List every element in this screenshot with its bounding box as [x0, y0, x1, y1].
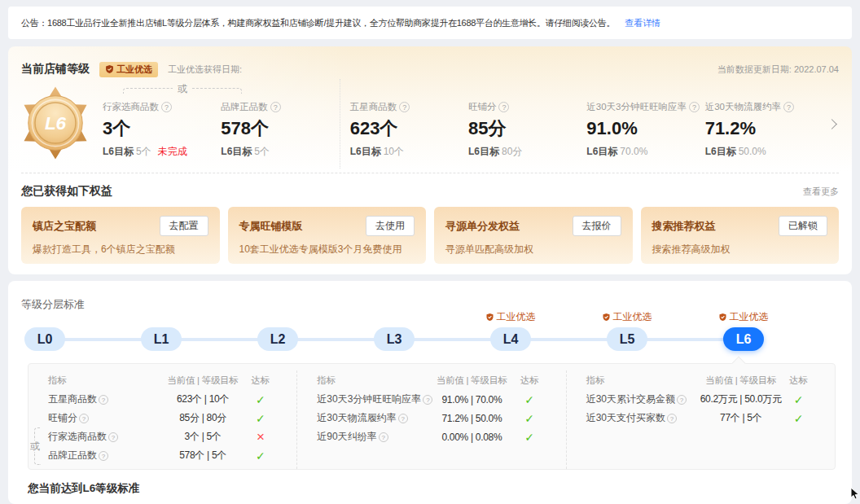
shield-icon — [105, 64, 114, 74]
update-date: 当前数据更新日期: 2022.07.04 — [717, 64, 839, 76]
help-icon[interactable]: ? — [379, 432, 388, 442]
benefit-card: 搜索推荐权益已解锁搜索推荐高级加权 — [641, 207, 840, 264]
help-icon[interactable]: ? — [99, 395, 108, 405]
level-L6: 工业优选L6 — [723, 327, 764, 351]
indicator-values: 578个 | 5个 — [179, 449, 226, 462]
medal-level-text: L6 — [45, 113, 67, 134]
check-icon: ✓ — [524, 412, 534, 425]
metric-value: 623个 — [350, 117, 468, 140]
table-group: 指标当前值 | 等级目标达标近30天3分钟旺旺响应率?91.0% | 70.0%… — [296, 370, 565, 469]
indicator-label: 行家选商品数? — [48, 430, 118, 444]
indicator-values: 3个 | 5个 — [185, 430, 222, 444]
help-icon[interactable]: ? — [270, 102, 281, 112]
level-L3: L3 — [374, 327, 415, 351]
help-icon[interactable]: ? — [79, 414, 89, 423]
or-bracket: 或 — [123, 88, 242, 95]
metric-label: 行家选商品数? — [103, 100, 221, 114]
level-L1: L1 — [141, 327, 182, 351]
level-pill[interactable]: L5 — [607, 327, 647, 351]
indicator-label: 旺铺分? — [48, 411, 89, 425]
benefit-title: 寻源单分发权益 — [445, 219, 520, 234]
table-header-row: 指标当前值 | 等级目标达标 — [297, 370, 565, 390]
level-pill[interactable]: L1 — [141, 327, 182, 351]
benefit-action-button[interactable]: 去配置 — [160, 216, 208, 236]
metric-label: 近30天3分钟旺旺响应率? — [586, 100, 704, 114]
indicator-label: 近30天3分钟旺旺响应率? — [317, 392, 432, 406]
benefit-card: 寻源单分发权益去报价寻源单匹配高级加权 — [434, 207, 633, 264]
benefit-title: 镇店之宝配额 — [33, 219, 96, 234]
help-icon[interactable]: ? — [677, 395, 687, 405]
metric-value: 578个 — [221, 117, 339, 140]
benefit-action-button[interactable]: 去使用 — [366, 216, 415, 236]
help-icon[interactable]: ? — [398, 414, 408, 423]
check-icon: ✓ — [256, 412, 265, 425]
level-pill[interactable]: L0 — [24, 327, 65, 351]
benefit-desc: 爆款打造工具，6个镇店之宝配额 — [33, 243, 208, 256]
section-title-current-level: 当前店铺等级 — [21, 62, 90, 77]
indicator-label: 近30天物流履约率? — [317, 411, 407, 425]
standards-table: 指标当前值 | 等级目标达标五星商品数?623个 | 10个✓旺铺分?85分 |… — [28, 363, 836, 470]
table-notch — [732, 357, 746, 370]
standards-card: 等级分层标准 L0L1L2L3工业优选L4工业优选L5工业优选L6 指标当前值 … — [8, 281, 852, 504]
level-L5: 工业优选L5 — [607, 327, 647, 351]
metric-label: 旺铺分? — [468, 100, 586, 114]
announcement-bar: 公告：1688工业品行业全新推出店铺L等级分层体系，构建商家权益和店铺诊断/提升… — [8, 7, 852, 39]
or-label: 或 — [178, 83, 187, 95]
help-icon[interactable]: ? — [783, 102, 794, 112]
metric: 旺铺分?85分L6目标80分 — [468, 79, 586, 169]
indicator-values: 91.0% | 70.0% — [441, 394, 502, 405]
help-icon[interactable]: ? — [399, 102, 410, 112]
section-title-standards: 等级分层标准 — [21, 281, 839, 312]
benefit-card: 专属旺铺模版去使用10套工业优选专属模版3个月免费使用 — [228, 207, 427, 264]
indicator-values: 71.2% | 50.0% — [441, 413, 502, 424]
col-value-target: 当前值 | 等级目标 — [705, 375, 776, 387]
benefit-title: 专属旺铺模版 — [239, 219, 303, 234]
cross-icon: × — [257, 429, 265, 445]
col-met: 达标 — [520, 375, 539, 387]
indicator-values: 0.00% | 0.08% — [441, 432, 502, 443]
metric-target: L6目标5个 — [221, 145, 339, 159]
update-date-value: 2022.07.04 — [794, 64, 839, 74]
or-label: 或 — [30, 440, 40, 452]
metric-target: L6目标80分 — [468, 145, 586, 159]
metric-label: 五星商品数? — [350, 100, 468, 114]
or-bracket: 或 — [34, 427, 41, 465]
help-icon[interactable]: ? — [423, 395, 432, 405]
shield-icon — [719, 313, 727, 322]
check-icon: ✓ — [256, 393, 265, 406]
metric-value: 91.0% — [586, 117, 704, 140]
help-icon[interactable]: ? — [498, 102, 509, 112]
metric-target: L6目标50.0% — [705, 145, 823, 159]
level-L4: 工业优选L4 — [490, 327, 531, 351]
badge-date-label: 工业优选获得日期: — [168, 64, 242, 76]
help-icon[interactable]: ? — [161, 102, 172, 112]
metric-target: L6目标10个 — [350, 145, 468, 159]
benefit-desc: 10套工业优选专属模版3个月免费使用 — [239, 243, 415, 256]
level-pill[interactable]: L2 — [257, 327, 298, 351]
benefit-action-button[interactable]: 已解锁 — [779, 216, 827, 236]
level-L2: L2 — [257, 327, 298, 351]
col-met: 达标 — [789, 375, 808, 387]
current-level-header: 当前店铺等级 工业优选 工业优选获得日期: 当前数据更新日期: 2022.07.… — [21, 46, 839, 79]
announcement-link[interactable]: 查看详情 — [625, 17, 660, 29]
metric: 近30天3分钟旺旺响应率?91.0%L6目标70.0% — [586, 79, 704, 169]
level-pill[interactable]: L3 — [374, 327, 415, 351]
table-row: 近30天累计交易金额?60.2万元 | 50.0万元✓ — [567, 390, 835, 409]
benefit-title: 搜索推荐权益 — [652, 219, 716, 234]
table-row: 近90天纠纷率?0.00% | 0.08%✓ — [297, 427, 565, 446]
table-row: 行家选商品数?3个 | 5个× — [29, 427, 296, 446]
benefit-action-button[interactable]: 去报价 — [573, 216, 621, 236]
help-icon[interactable]: ? — [108, 432, 118, 442]
metric-value: 85分 — [468, 117, 586, 140]
level-pill[interactable]: L4 — [490, 327, 531, 351]
help-icon[interactable]: ? — [667, 414, 677, 423]
metric-value: 3个 — [103, 117, 221, 140]
indicator-values: 77个 | 5个 — [720, 411, 761, 425]
level-pill[interactable]: L6 — [723, 327, 764, 351]
help-icon[interactable]: ? — [99, 451, 108, 461]
view-more-link[interactable]: 查看更多 — [803, 186, 839, 198]
level-tag: 工业优选 — [486, 310, 536, 324]
help-icon[interactable]: ? — [689, 102, 700, 112]
chevron-right-icon[interactable] — [827, 119, 837, 129]
table-group: 指标当前值 | 等级目标达标近30天累计交易金额?60.2万元 | 50.0万元… — [566, 370, 835, 469]
